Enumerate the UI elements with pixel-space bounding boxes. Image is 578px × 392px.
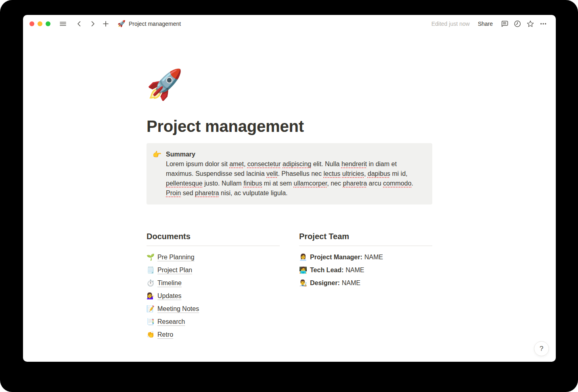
summary-text: Summary Lorem ipsum dolor sit amet, cons… xyxy=(166,150,426,198)
document-page-link[interactable]: Timeline xyxy=(157,279,182,287)
document-list-item: 📝 Meeting Notes xyxy=(147,302,280,315)
more-options-icon[interactable] xyxy=(538,19,549,29)
team-member-role: Tech Lead: xyxy=(310,267,343,273)
team-member-name: NAME xyxy=(346,267,364,273)
share-button[interactable]: Share xyxy=(478,21,493,27)
page-icon-rocket[interactable]: 🚀 xyxy=(147,68,183,100)
document-list-item: ⏱️ Timeline xyxy=(147,277,280,290)
summary-callout: 👉 Summary Lorem ipsum dolor sit amet, co… xyxy=(147,143,432,204)
documents-column: Documents 🌱 Pre Planning 🗒️ Project Plan… xyxy=(147,231,280,341)
document-list-item: 🗒️ Project Plan xyxy=(147,264,280,277)
document-page-link[interactable]: Project Plan xyxy=(157,267,192,274)
document-page-link[interactable]: Updates xyxy=(157,292,182,300)
document-icon: ⏱️ xyxy=(147,279,154,287)
comments-icon[interactable] xyxy=(499,19,510,29)
project-team-heading: Project Team xyxy=(299,231,432,246)
document-list-item: 💁‍♀️ Updates xyxy=(147,290,280,302)
project-team-list: 👩‍💼 Project Manager:NAME 🧑‍💻 Tech Lead:N… xyxy=(299,251,432,290)
document-icon: 🗒️ xyxy=(147,267,154,274)
document-icon: 👏 xyxy=(147,331,154,338)
document-page-link[interactable]: Meeting Notes xyxy=(157,305,199,313)
document-page-link[interactable]: Retro xyxy=(157,331,173,338)
documents-list: 🌱 Pre Planning 🗒️ Project Plan ⏱️ Timeli… xyxy=(147,251,280,341)
breadcrumb-current-page[interactable]: 🚀 Project management xyxy=(117,21,181,27)
document-icon: 🌱 xyxy=(147,254,154,261)
summary-heading: Summary xyxy=(166,150,426,159)
team-member-icon: 👩‍💼 xyxy=(299,254,306,261)
team-member-row: 🧑‍💻 Tech Lead:NAME xyxy=(299,264,432,277)
two-column-section: Documents 🌱 Pre Planning 🗒️ Project Plan… xyxy=(147,231,432,341)
team-member-icon: 👨‍🎨 xyxy=(299,279,306,287)
summary-paragraph: Lorem ipsum dolor sit amet, consectetur … xyxy=(166,159,426,198)
document-page-link[interactable]: Pre Planning xyxy=(157,254,195,261)
document-list-item: 👏 Retro xyxy=(147,328,280,341)
team-member-role: Project Manager: xyxy=(310,254,362,261)
team-member-role: Designer: xyxy=(310,279,340,286)
desktop-background: 🚀 Project management Edited just now Sha… xyxy=(0,0,578,392)
document-list-item: 🌱 Pre Planning xyxy=(147,251,280,264)
new-tab-icon[interactable] xyxy=(101,19,111,29)
document-icon: 💁‍♀️ xyxy=(147,292,154,300)
page-emoji-small: 🚀 xyxy=(117,21,126,27)
page-content: 🚀 Project management 👉 Summary Lorem ips… xyxy=(147,33,432,341)
title-bar: 🚀 Project management Edited just now Sha… xyxy=(23,15,556,33)
notion-window: 🚀 Project management Edited just now Sha… xyxy=(23,15,556,362)
page-title-breadcrumb: Project management xyxy=(129,21,181,27)
edited-status: Edited just now xyxy=(431,21,470,27)
help-button[interactable]: ? xyxy=(534,341,549,356)
project-team-column: Project Team 👩‍💼 Project Manager:NAME 🧑‍… xyxy=(299,231,432,341)
zoom-window-button[interactable] xyxy=(46,21,50,26)
document-list-item: 📑 Research xyxy=(147,315,280,328)
document-icon: 📝 xyxy=(147,305,154,313)
page-title: Project management xyxy=(147,117,432,136)
history-clock-icon[interactable] xyxy=(512,19,523,29)
team-member-row: 👩‍💼 Project Manager:NAME xyxy=(299,251,432,264)
document-page-link[interactable]: Research xyxy=(157,318,185,325)
favorite-star-icon[interactable] xyxy=(525,19,536,29)
back-icon[interactable] xyxy=(74,19,84,29)
team-member-icon: 🧑‍💻 xyxy=(299,267,306,274)
team-member-name: NAME xyxy=(342,279,360,286)
window-controls xyxy=(29,21,50,26)
minimize-window-button[interactable] xyxy=(38,21,42,26)
pointing-finger-icon: 👉 xyxy=(152,150,162,198)
team-member-name: NAME xyxy=(364,254,383,261)
close-window-button[interactable] xyxy=(29,21,34,26)
document-icon: 📑 xyxy=(147,318,154,325)
sidebar-menu-icon[interactable] xyxy=(58,19,68,29)
documents-heading: Documents xyxy=(147,231,280,246)
team-member-row: 👨‍🎨 Designer:NAME xyxy=(299,277,432,290)
forward-icon[interactable] xyxy=(88,19,98,29)
